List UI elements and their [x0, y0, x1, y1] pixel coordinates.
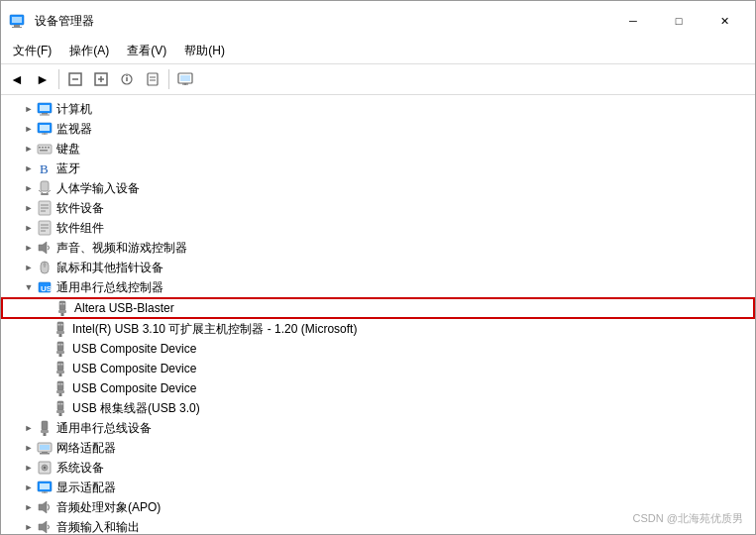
tree-item-hid[interactable]: ► 人体学输入设备 [1, 178, 755, 198]
svg-rect-72 [57, 381, 63, 390]
tree-item-software-device[interactable]: ► 软件设备 [1, 198, 755, 218]
label-bluetooth: 蓝牙 [56, 160, 80, 177]
tree-item-altera[interactable]: ► Altera USB-Blaster [1, 297, 755, 319]
device-manager-window: 设备管理器 ─ □ ✕ 文件(F) 操作(A) 查看(V) 帮助(H) ◄ ► [0, 0, 756, 535]
tree-item-system[interactable]: ► 系统设备 [1, 458, 755, 478]
tree-item-bluetooth[interactable]: ► B 蓝牙 [1, 159, 755, 178]
title-controls: ─ □ ✕ [610, 7, 747, 35]
svg-rect-61 [61, 324, 63, 326]
expand-monitor[interactable]: ► [21, 121, 37, 137]
expand-software-component[interactable]: ► [21, 220, 37, 236]
expand-computer[interactable]: ► [21, 101, 37, 117]
toolbar-btn-1[interactable] [63, 67, 87, 91]
expand-system[interactable]: ► [21, 460, 37, 476]
toolbar-btn-properties[interactable] [115, 67, 139, 91]
tree-item-monitor[interactable]: ► 监视器 [1, 119, 755, 139]
svg-rect-67 [57, 362, 63, 371]
svg-rect-74 [59, 393, 62, 396]
expand-usb-controllers[interactable]: ▼ [21, 279, 37, 295]
tree-item-audio[interactable]: ► 声音、视频和游戏控制器 [1, 238, 755, 258]
app-icon [9, 13, 25, 29]
back-button[interactable]: ◄ [5, 67, 29, 91]
icon-monitor [37, 121, 53, 137]
menu-action[interactable]: 操作(A) [61, 41, 117, 61]
svg-rect-68 [56, 371, 64, 374]
svg-rect-28 [39, 147, 41, 149]
expand-audio[interactable]: ► [21, 240, 37, 256]
expand-software-device[interactable]: ► [21, 200, 37, 216]
icon-bluetooth: B [37, 160, 53, 176]
svg-rect-78 [56, 410, 64, 413]
svg-rect-32 [40, 150, 48, 152]
tree-item-computer[interactable]: ► 计算机 [1, 99, 755, 119]
menu-file[interactable]: 文件(F) [5, 41, 59, 61]
tree-item-intel-usb[interactable]: ► Intel(R) USB 3.10 可扩展主机控制器 - 1.20 (Mic… [1, 319, 755, 339]
expand-usb-bus-device[interactable]: ► [21, 420, 37, 436]
label-network: 网络适配器 [56, 440, 116, 457]
tree-item-software-component[interactable]: ► 软件组件 [1, 218, 755, 238]
svg-rect-49 [44, 264, 47, 267]
menu-view[interactable]: 查看(V) [119, 41, 174, 61]
toolbar: ◄ ► [1, 64, 755, 95]
tree-content[interactable]: ► 计算机 ► 监视器 ► 键盘 [1, 95, 755, 534]
maximize-button[interactable]: □ [656, 7, 702, 35]
tree-item-usb-composite-1[interactable]: ► USB Composite Device [1, 339, 755, 359]
toolbar-btn-update[interactable] [141, 67, 164, 91]
svg-rect-37 [41, 193, 49, 195]
svg-rect-57 [57, 322, 63, 331]
svg-rect-59 [59, 334, 62, 337]
tree-item-usb-hub[interactable]: ► USB 根集线器(USB 3.0) [1, 398, 755, 418]
svg-rect-77 [57, 401, 63, 410]
svg-rect-20 [40, 105, 50, 111]
tree-item-network[interactable]: ► 网络适配器 [1, 438, 755, 458]
tree-item-usb-composite-3[interactable]: ► USB Composite Device [1, 378, 755, 398]
expand-audio-io[interactable]: ► [21, 519, 37, 534]
minimize-button[interactable]: ─ [610, 7, 656, 35]
svg-rect-66 [61, 344, 63, 346]
svg-rect-80 [58, 403, 60, 405]
expand-keyboard[interactable]: ► [21, 141, 37, 157]
tree-item-keyboard[interactable]: ► 键盘 [1, 139, 755, 159]
toolbar-separator-1 [58, 69, 59, 89]
svg-rect-24 [40, 125, 50, 131]
expand-bluetooth[interactable]: ► [21, 160, 37, 176]
label-mouse: 鼠标和其他指针设备 [56, 260, 163, 276]
icon-usb-bus [37, 420, 53, 436]
toolbar-btn-2[interactable] [89, 67, 113, 91]
icon-keyboard [37, 141, 53, 157]
tree-item-usb-controllers[interactable]: ▼ USB 通用串行总线控制器 [1, 277, 755, 297]
svg-rect-21 [42, 113, 48, 115]
tree-item-usb-composite-2[interactable]: ► USB Composite Device [1, 359, 755, 378]
expand-apo[interactable]: ► [21, 499, 37, 515]
svg-rect-3 [12, 27, 22, 28]
expand-mouse[interactable]: ► [21, 260, 37, 275]
label-computer: 计算机 [56, 101, 92, 118]
toolbar-btn-monitor[interactable] [173, 67, 197, 91]
icon-usb-plug-altera [54, 300, 70, 316]
svg-rect-58 [56, 331, 64, 334]
svg-rect-52 [59, 301, 65, 310]
tree-item-display[interactable]: ► 显示适配器 [1, 478, 755, 497]
toolbar-separator-2 [168, 69, 169, 89]
expand-network[interactable]: ► [21, 440, 37, 456]
forward-button[interactable]: ► [31, 67, 54, 91]
menu-help[interactable]: 帮助(H) [176, 41, 233, 61]
expand-hid[interactable]: ► [21, 180, 37, 196]
device-tree: ► 计算机 ► 监视器 ► 键盘 [1, 95, 755, 534]
svg-rect-93 [40, 483, 50, 489]
icon-computer [37, 101, 53, 117]
icon-network [37, 440, 53, 456]
expand-display[interactable]: ► [21, 480, 37, 495]
close-button[interactable]: ✕ [702, 7, 747, 35]
svg-rect-22 [40, 115, 50, 116]
tree-item-usb-bus-device[interactable]: ► 通用串行总线设备 [1, 418, 755, 438]
icon-usb: USB [37, 279, 53, 295]
label-usb-composite-1: USB Composite Device [72, 342, 196, 356]
icon-usb-plug-intel [53, 321, 68, 337]
tree-item-mouse[interactable]: ► 鼠标和其他指针设备 [1, 258, 755, 277]
label-intel-usb: Intel(R) USB 3.10 可扩展主机控制器 - 1.20 (Micro… [72, 321, 357, 338]
svg-rect-86 [40, 445, 50, 450]
svg-rect-83 [41, 430, 49, 433]
label-usb-bus-device: 通用串行总线设备 [56, 420, 152, 437]
svg-rect-54 [61, 313, 64, 316]
